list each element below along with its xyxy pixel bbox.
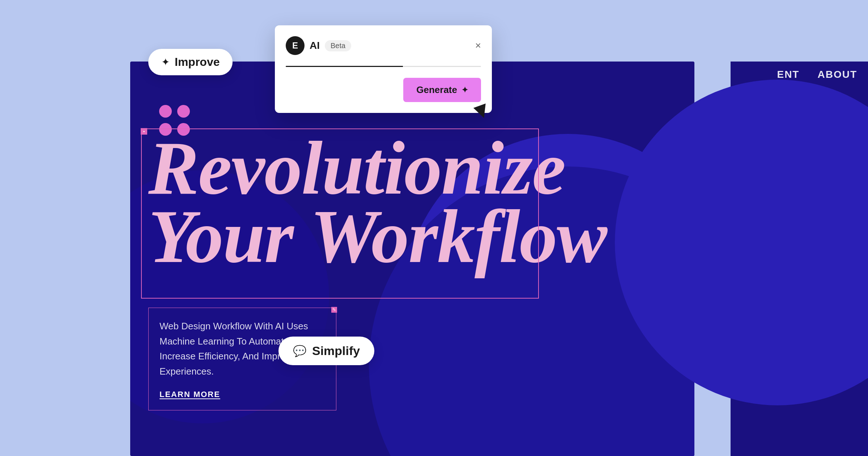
circle-tl: [159, 105, 172, 118]
learn-more-link[interactable]: LEARN MORE: [159, 390, 220, 399]
website-panel: ▪ Revolutionize Your Workflow ✎ Web Desi…: [130, 62, 694, 456]
website-nav-right-visible: ENT ABOUT: [777, 69, 857, 80]
generate-sparkle-icon: ✦: [461, 85, 468, 95]
modal-input-area: [286, 66, 481, 67]
improve-bubble-text: Improve: [175, 55, 220, 69]
beta-badge: Beta: [325, 40, 351, 51]
ai-label: AI: [310, 40, 320, 51]
nav-item-ent[interactable]: ENT: [777, 69, 799, 80]
modal-header: E AI Beta ×: [286, 36, 481, 55]
simplify-bubble[interactable]: 💬 Simplify: [278, 337, 374, 365]
generate-button[interactable]: Generate ✦: [403, 78, 481, 102]
modal-footer: Generate ✦: [286, 78, 481, 102]
generate-label: Generate: [416, 84, 457, 96]
selection-box: ▪: [141, 128, 539, 299]
website-right-extension: [731, 62, 868, 456]
modal-input-line: [286, 66, 481, 67]
desc-handle: ✎: [331, 307, 337, 313]
selection-handle-icon: ▪: [143, 129, 145, 134]
elementor-logo: E: [286, 36, 305, 55]
simplify-text: Simplify: [312, 344, 360, 358]
chat-icon: 💬: [293, 345, 306, 357]
elementor-e-letter: E: [292, 41, 298, 51]
ai-modal: E AI Beta × Generate ✦: [275, 25, 492, 113]
modal-logo-area: E AI Beta: [286, 36, 351, 55]
selection-handle: ▪: [141, 128, 147, 135]
improve-bubble[interactable]: ✦ Improve: [148, 49, 233, 75]
circle-tr: [177, 105, 190, 118]
close-button[interactable]: ×: [475, 41, 481, 51]
improve-sparkle-icon: ✦: [161, 56, 170, 68]
nav-item-about[interactable]: ABOUT: [817, 69, 857, 80]
